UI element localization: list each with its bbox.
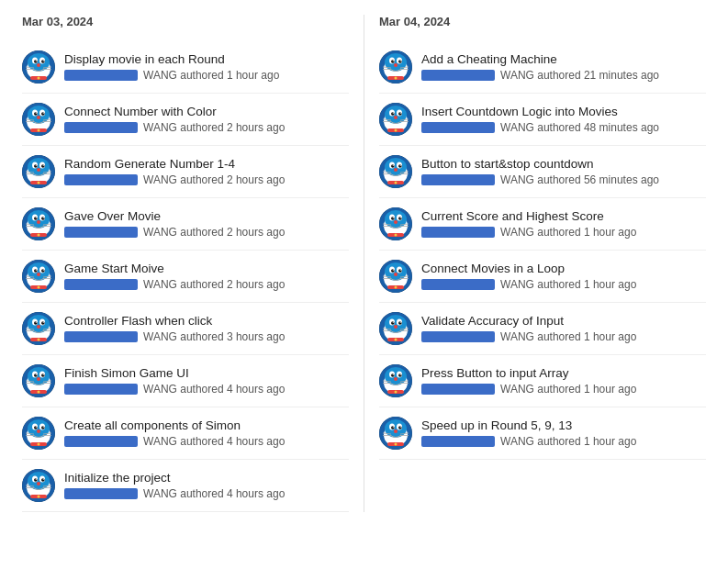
svg-point-31 bbox=[38, 129, 40, 132]
svg-point-8 bbox=[43, 61, 44, 61]
svg-point-197 bbox=[391, 217, 395, 220]
svg-point-5 bbox=[34, 60, 38, 63]
commit-item[interactable]: Button to start&stop countdownWANG autho… bbox=[379, 146, 706, 198]
svg-point-194 bbox=[385, 210, 407, 229]
commit-title[interactable]: Connect Number with Color bbox=[64, 105, 349, 118]
svg-point-135 bbox=[36, 479, 37, 480]
commit-item[interactable]: Insert Countdown Logic into MoviesWANG a… bbox=[379, 94, 706, 146]
commit-title[interactable]: Validate Accuracy of Input bbox=[421, 314, 706, 328]
avatar bbox=[22, 469, 55, 502]
commit-item[interactable]: Connect Movies in a LoopWANG authored 1 … bbox=[379, 251, 706, 303]
commit-hash-bar[interactable] bbox=[64, 227, 138, 238]
commit-info: Connect Movies in a LoopWANG authored 1 … bbox=[421, 262, 706, 291]
svg-point-265 bbox=[394, 429, 398, 433]
svg-point-143 bbox=[38, 496, 40, 498]
svg-point-136 bbox=[43, 479, 44, 480]
commit-hash-bar[interactable] bbox=[64, 384, 138, 395]
svg-point-191 bbox=[395, 182, 398, 184]
commit-title[interactable]: Button to start&stop countdown bbox=[421, 157, 706, 171]
commit-item[interactable]: Controller Flash when clickWANG authored… bbox=[22, 303, 349, 355]
commit-hash-bar[interactable] bbox=[64, 436, 138, 447]
svg-point-87 bbox=[36, 322, 37, 323]
commit-title[interactable]: Controller Flash when click bbox=[64, 314, 349, 328]
commit-info: Current Score and Highest ScoreWANG auth… bbox=[421, 209, 706, 239]
svg-point-152 bbox=[400, 61, 401, 61]
commit-hash-bar[interactable] bbox=[64, 174, 138, 185]
commit-title[interactable]: Current Score and Highest Score bbox=[421, 209, 706, 223]
commit-hash-bar[interactable] bbox=[421, 70, 495, 81]
commit-title[interactable]: Insert Countdown Logic into Movies bbox=[421, 105, 706, 118]
commit-title[interactable]: Gave Over Movie bbox=[64, 209, 349, 223]
commit-info: Button to start&stop countdownWANG autho… bbox=[421, 157, 706, 186]
commit-item[interactable]: Current Score and Highest ScoreWANG auth… bbox=[379, 198, 706, 251]
avatar bbox=[22, 260, 55, 293]
commit-title[interactable]: Random Generate Number 1-4 bbox=[64, 157, 349, 171]
svg-point-55 bbox=[36, 218, 37, 218]
commit-hash-bar[interactable] bbox=[421, 279, 495, 290]
avatar bbox=[379, 260, 412, 293]
commit-item[interactable]: Create all components of SimonWANG autho… bbox=[22, 407, 349, 460]
commit-item[interactable]: Add a Cheating MachineWANG authored 21 m… bbox=[379, 41, 706, 94]
commit-hash-bar[interactable] bbox=[64, 70, 138, 81]
commit-meta: WANG authored 4 hours ago bbox=[64, 383, 349, 396]
commit-info: Connect Number with ColorWANG authored 2… bbox=[64, 105, 349, 134]
commit-meta: WANG authored 2 hours ago bbox=[64, 173, 349, 186]
commit-hash-bar[interactable] bbox=[64, 122, 138, 133]
avatar bbox=[379, 50, 412, 84]
svg-point-210 bbox=[385, 262, 407, 281]
commit-title[interactable]: Connect Movies in a Loop bbox=[421, 262, 706, 275]
commit-author: WANG authored 1 hour ago bbox=[500, 435, 636, 448]
commit-title[interactable]: Speed up in Round 5, 9, 13 bbox=[421, 418, 706, 432]
commit-item[interactable]: Press Button to input ArrayWANG authored… bbox=[379, 355, 706, 407]
svg-point-86 bbox=[41, 321, 45, 325]
avatar bbox=[22, 50, 55, 84]
commit-item[interactable]: Random Generate Number 1-4WANG authored … bbox=[22, 146, 349, 198]
svg-point-151 bbox=[393, 61, 394, 61]
commit-item[interactable]: Finish Simon Game UIWANG authored 4 hour… bbox=[22, 355, 349, 407]
commit-item[interactable]: Validate Accuracy of InputWANG authored … bbox=[379, 303, 706, 355]
svg-point-264 bbox=[400, 427, 401, 428]
commit-hash-bar[interactable] bbox=[64, 488, 138, 499]
commit-title[interactable]: Finish Simon Game UI bbox=[64, 366, 349, 380]
commit-title[interactable]: Display movie in each Round bbox=[64, 52, 349, 66]
commit-author: WANG authored 4 hours ago bbox=[143, 435, 285, 448]
commit-title[interactable]: Press Button to input Array bbox=[421, 366, 706, 380]
svg-point-71 bbox=[36, 270, 37, 271]
commit-hash-bar[interactable] bbox=[421, 331, 495, 342]
commit-title[interactable]: Initialize the project bbox=[64, 471, 349, 485]
svg-point-21 bbox=[34, 112, 38, 116]
commit-hash-bar[interactable] bbox=[421, 227, 495, 238]
svg-point-223 bbox=[395, 286, 398, 289]
commit-item[interactable]: Initialize the projectWANG authored 4 ho… bbox=[22, 460, 349, 512]
commit-meta: WANG authored 1 hour ago bbox=[64, 69, 349, 82]
commit-info: Random Generate Number 1-4WANG authored … bbox=[64, 157, 349, 186]
commit-hash-bar[interactable] bbox=[64, 279, 138, 290]
commit-hash-bar[interactable] bbox=[421, 384, 495, 395]
commit-hash-bar[interactable] bbox=[64, 331, 138, 342]
commit-info: Initialize the projectWANG authored 4 ho… bbox=[64, 471, 349, 500]
commit-item[interactable]: Game Start MoiveWANG authored 2 hours ag… bbox=[22, 251, 349, 303]
svg-point-229 bbox=[391, 321, 395, 325]
svg-point-54 bbox=[41, 217, 45, 220]
commit-item[interactable]: Display movie in each RoundWANG authored… bbox=[22, 41, 349, 94]
svg-point-120 bbox=[43, 427, 44, 428]
svg-point-233 bbox=[394, 325, 398, 329]
commit-hash-bar[interactable] bbox=[421, 122, 495, 133]
commit-title[interactable]: Game Start Moive bbox=[64, 262, 349, 275]
commit-hash-bar[interactable] bbox=[421, 436, 495, 447]
commit-hash-bar[interactable] bbox=[421, 174, 495, 185]
svg-point-271 bbox=[395, 443, 398, 446]
commit-item[interactable]: Connect Number with ColorWANG authored 2… bbox=[22, 94, 349, 146]
date-header: Mar 04, 2024 bbox=[379, 15, 706, 38]
svg-point-15 bbox=[38, 77, 40, 80]
svg-point-214 bbox=[398, 269, 402, 273]
commit-item[interactable]: Speed up in Round 5, 9, 13WANG authored … bbox=[379, 407, 706, 460]
svg-point-22 bbox=[41, 112, 45, 116]
commit-title[interactable]: Create all components of Simon bbox=[64, 418, 349, 432]
commit-info: Validate Accuracy of InputWANG authored … bbox=[421, 314, 706, 343]
commit-item[interactable]: Gave Over MovieWANG authored 2 hours ago bbox=[22, 198, 349, 251]
commit-title[interactable]: Add a Cheating Machine bbox=[421, 52, 706, 66]
avatar bbox=[379, 364, 412, 397]
svg-point-2 bbox=[28, 53, 50, 72]
commit-info: Create all components of SimonWANG autho… bbox=[64, 418, 349, 448]
